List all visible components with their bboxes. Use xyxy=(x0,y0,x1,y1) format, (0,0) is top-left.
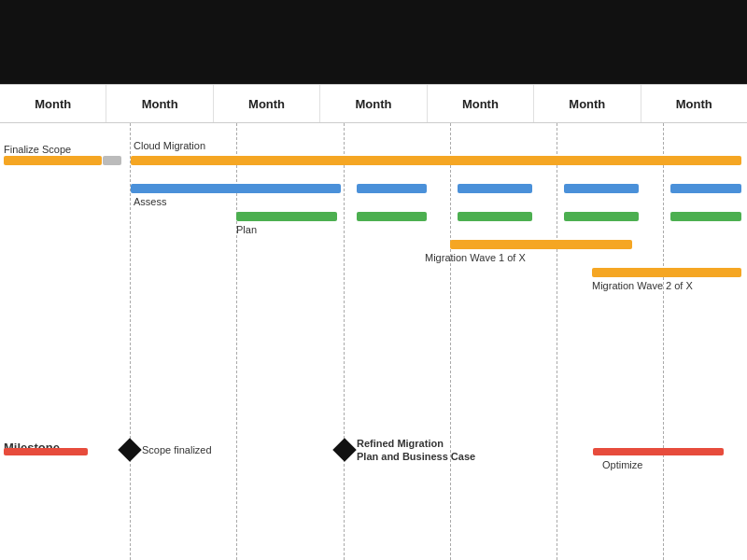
bar-blue-5 xyxy=(670,184,741,193)
bar-green-5 xyxy=(670,212,741,221)
top-bar xyxy=(0,0,747,84)
label-finalize-scope: Finalize Scope xyxy=(4,144,71,155)
month-col-4: Month xyxy=(320,85,427,122)
diamond-1 xyxy=(118,438,141,461)
vline-4 xyxy=(450,123,451,560)
label-refined-2: Plan and Business Case xyxy=(357,451,475,462)
bar-wave1 xyxy=(450,240,632,249)
bar-blue-1 xyxy=(131,184,341,193)
month-col-1: Month xyxy=(0,85,106,122)
bar-green-2 xyxy=(357,212,427,221)
bar-green-1 xyxy=(236,212,337,221)
label-refined-1: Refined Migration xyxy=(357,438,444,449)
vline-3 xyxy=(344,123,345,560)
label-wave2: Migration Wave 2 of X xyxy=(592,280,693,291)
bar-green-3 xyxy=(458,212,532,221)
vline-5 xyxy=(557,123,557,560)
label-scope-finalized: Scope finalized xyxy=(142,444,212,455)
month-header: Month Month Month Month Month Month Mont… xyxy=(0,84,747,123)
label-assess: Assess xyxy=(134,196,166,207)
bar-cloud-migration xyxy=(131,156,741,165)
bar-blue-2 xyxy=(357,184,427,193)
bar-finalize-scope xyxy=(4,156,102,165)
vline-6 xyxy=(663,123,664,560)
month-col-7: Month xyxy=(641,85,747,122)
diamond-2 xyxy=(332,438,356,461)
month-col-5: Month xyxy=(428,85,534,122)
bar-green-4 xyxy=(564,212,639,221)
month-col-2: Month xyxy=(106,85,213,122)
gantt-body: Finalize Scope Cloud Migration Assess Pl… xyxy=(0,123,747,560)
label-cloud-migration: Cloud Migration xyxy=(134,140,205,151)
month-col-3: Month xyxy=(214,85,320,122)
bar-blue-4 xyxy=(564,184,639,193)
bar-wave2 xyxy=(592,268,741,277)
label-plan: Plan xyxy=(236,224,257,235)
month-col-6: Month xyxy=(534,85,641,122)
bar-milestone-red-left xyxy=(4,448,88,455)
bar-optimize xyxy=(593,448,724,455)
bar-blue-3 xyxy=(458,184,532,193)
label-optimize: Optimize xyxy=(602,459,642,470)
bar-finalize-scope-gray xyxy=(103,156,121,165)
label-wave1: Migration Wave 1 of X xyxy=(425,252,526,263)
